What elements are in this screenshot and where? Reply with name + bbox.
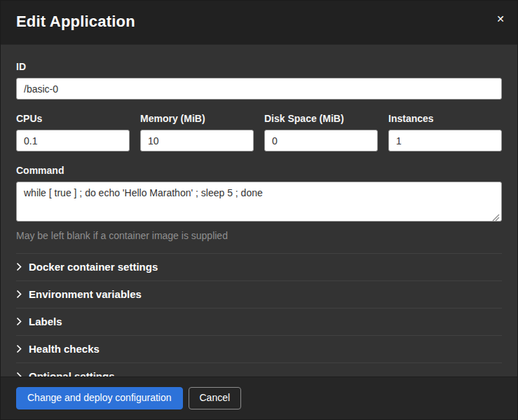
section-labels[interactable]: Labels [16, 308, 502, 335]
section-docker-container-settings[interactable]: Docker container settings [16, 253, 502, 280]
section-label: Labels [29, 316, 62, 327]
memory-field-group: Memory (MiB) [140, 113, 254, 151]
chevron-right-icon [16, 317, 22, 326]
id-label: ID [16, 61, 502, 72]
chevron-right-icon [16, 290, 22, 299]
cpus-field-group: CPUs [16, 113, 130, 151]
resources-row: CPUs Memory (MiB) Disk Space (MiB) Insta… [16, 113, 502, 151]
instances-field-group: Instances [388, 113, 502, 151]
section-label: Environment variables [29, 288, 142, 300]
disk-label: Disk Space (MiB) [264, 113, 378, 124]
modal-header: Edit Application ✕ [1, 1, 517, 45]
command-label: Command [16, 165, 502, 176]
id-input[interactable] [16, 78, 502, 100]
cpus-label: CPUs [16, 113, 130, 124]
id-field-group: ID [16, 61, 502, 100]
memory-input[interactable] [140, 130, 254, 151]
command-input[interactable]: while [ true ] ; do echo 'Hello Marathon… [16, 182, 502, 222]
section-health-checks[interactable]: Health checks [16, 335, 502, 363]
resize-handle-icon[interactable] [492, 214, 500, 222]
deploy-button[interactable]: Change and deploy configuration [16, 387, 183, 409]
command-field-group: Command while [ true ] ; do echo 'Hello … [16, 165, 502, 241]
memory-label: Memory (MiB) [140, 113, 254, 124]
chevron-right-icon [16, 344, 22, 353]
cpus-input[interactable] [16, 130, 130, 151]
command-textarea-wrap: while [ true ] ; do echo 'Hello Marathon… [16, 182, 502, 224]
cancel-button[interactable]: Cancel [189, 387, 242, 409]
close-button[interactable]: ✕ [493, 11, 507, 27]
section-label: Optional settings [29, 370, 115, 377]
command-help-text: May be left blank if a container image i… [16, 230, 502, 241]
instances-label: Instances [388, 113, 502, 124]
close-icon: ✕ [496, 13, 505, 25]
collapsible-sections: Docker container settings Environment va… [16, 253, 502, 377]
section-environment-variables[interactable]: Environment variables [16, 280, 502, 308]
section-label: Docker container settings [29, 261, 158, 273]
chevron-right-icon [16, 262, 22, 271]
disk-input[interactable] [264, 130, 378, 151]
chevron-right-icon [16, 372, 22, 377]
modal-title: Edit Application [16, 13, 502, 31]
edit-application-modal: Edit Application ✕ ID CPUs Memory (MiB) … [0, 0, 518, 420]
modal-body: ID CPUs Memory (MiB) Disk Space (MiB) In… [1, 45, 517, 377]
instances-input[interactable] [388, 130, 502, 151]
section-label: Health checks [29, 343, 100, 355]
disk-field-group: Disk Space (MiB) [264, 113, 378, 151]
modal-footer: Change and deploy configuration Cancel [1, 377, 517, 419]
section-optional-settings[interactable]: Optional settings [16, 363, 502, 377]
